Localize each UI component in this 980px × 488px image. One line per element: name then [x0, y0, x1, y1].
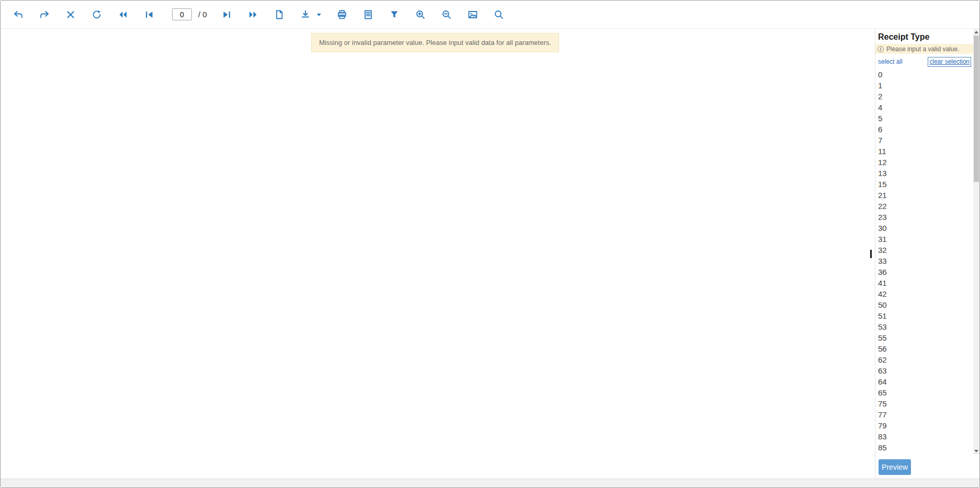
receipt-type-option[interactable]: 2	[878, 91, 972, 102]
back-button[interactable]	[12, 8, 25, 21]
receipt-type-option[interactable]: 11	[878, 146, 972, 157]
caret-down-icon	[316, 11, 322, 18]
zoom-in-icon	[415, 9, 426, 20]
sidebar-scrollbar[interactable]	[973, 29, 979, 455]
print-button[interactable]	[336, 8, 348, 21]
search-icon	[494, 9, 504, 20]
receipt-type-option[interactable]: 23	[878, 212, 972, 223]
receipt-type-option[interactable]: 77	[878, 409, 972, 420]
receipt-type-option[interactable]: 7	[878, 135, 972, 146]
receipt-type-option[interactable]: 15	[878, 179, 972, 190]
receipt-type-option[interactable]: 79	[878, 420, 972, 431]
receipt-type-option[interactable]: 0	[878, 69, 972, 80]
export-button[interactable]	[299, 8, 312, 21]
panel-splitter[interactable]	[870, 29, 875, 479]
preview-button[interactable]: Preview	[879, 459, 911, 475]
parameter-panel: Receipt Type i Please input a valid valu…	[875, 29, 979, 456]
receipt-type-option[interactable]: 53	[878, 321, 972, 332]
scrollbar-thumb[interactable]	[974, 36, 979, 182]
print-icon	[337, 9, 347, 20]
search-button[interactable]	[493, 8, 505, 21]
new-page-icon	[274, 9, 284, 20]
zoom-in-button[interactable]	[414, 8, 427, 21]
image-button[interactable]	[466, 8, 479, 21]
scrollbar-track[interactable]	[973, 36, 979, 448]
receipt-type-option[interactable]: 63	[878, 365, 972, 376]
back-arrow-icon	[13, 9, 24, 20]
receipt-type-option[interactable]: 13	[878, 168, 972, 179]
receipt-type-options-list: 0124567111213152122233031323336414250515…	[878, 69, 972, 456]
forward-arrow-icon	[39, 9, 50, 20]
previous-page-icon	[144, 9, 154, 20]
receipt-type-option[interactable]: 65	[878, 387, 972, 398]
stop-button[interactable]	[64, 8, 77, 21]
receipt-type-option[interactable]: 30	[878, 223, 972, 234]
scrollbar-down-arrow-icon[interactable]	[973, 448, 979, 455]
forward-button[interactable]	[38, 8, 51, 21]
receipt-type-option[interactable]: 85	[878, 442, 972, 453]
image-icon	[468, 9, 478, 20]
receipt-type-option[interactable]: 83	[878, 431, 972, 442]
filter-button[interactable]	[388, 8, 401, 21]
previous-page-button[interactable]	[143, 8, 155, 21]
receipt-type-option[interactable]: 42	[878, 288, 972, 299]
receipt-type-option[interactable]: 31	[878, 234, 972, 245]
receipt-type-option[interactable]: 12	[878, 157, 972, 168]
content-area: Missing or invalid parameter value. Plea…	[1, 29, 979, 479]
preview-row: Preview	[875, 456, 979, 479]
receipt-type-option[interactable]: 56	[878, 343, 972, 354]
next-page-icon	[222, 9, 232, 20]
receipt-type-option[interactable]: 21	[878, 190, 972, 201]
zoom-out-icon	[441, 9, 452, 20]
toolbar: / 0	[1, 1, 979, 29]
receipt-type-option[interactable]: 5	[878, 113, 972, 124]
report-viewer-window: / 0	[0, 0, 980, 488]
receipt-type-option[interactable]: 4	[878, 102, 972, 113]
refresh-button[interactable]	[90, 8, 103, 21]
receipt-type-option[interactable]: 36	[878, 266, 972, 277]
selection-links-row: select all clear selection	[878, 57, 972, 67]
horizontal-scrollbar[interactable]	[1, 479, 979, 487]
receipt-type-option[interactable]: 32	[878, 245, 972, 255]
receipt-type-option[interactable]: 41	[878, 277, 972, 288]
parameter-title: Receipt Type	[878, 32, 972, 42]
stop-x-icon	[65, 9, 76, 20]
skip-backward-icon	[118, 9, 128, 20]
receipt-type-option[interactable]: 1	[878, 80, 972, 91]
zoom-out-button[interactable]	[440, 8, 453, 21]
skip-backward-button[interactable]	[117, 8, 129, 21]
new-page-button[interactable]	[273, 8, 286, 21]
receipt-type-option[interactable]: 33	[878, 255, 972, 266]
skip-forward-icon	[248, 9, 258, 20]
report-document-button[interactable]	[362, 8, 374, 21]
receipt-type-option[interactable]: 6	[878, 124, 972, 135]
receipt-type-option[interactable]: 55	[878, 332, 972, 343]
export-menu-button[interactable]	[316, 11, 322, 18]
skip-forward-button[interactable]	[247, 8, 259, 21]
report-warning-message: Missing or invalid parameter value. Plea…	[311, 33, 559, 52]
parameter-validation-warning: i Please input a valid value.	[875, 44, 979, 54]
report-document-icon	[363, 9, 373, 20]
next-page-button[interactable]	[221, 8, 233, 21]
receipt-type-option[interactable]: 62	[878, 354, 972, 365]
receipt-type-option[interactable]: 50	[878, 299, 972, 310]
clear-selection-link[interactable]: clear selection	[928, 57, 971, 67]
report-area: Missing or invalid parameter value. Plea…	[1, 29, 870, 479]
export-download-icon	[300, 9, 311, 20]
select-all-link[interactable]: select all	[878, 57, 903, 66]
parameters-sidebar: Receipt Type i Please input a valid valu…	[875, 29, 979, 479]
receipt-type-option[interactable]: 64	[878, 376, 972, 387]
scrollbar-up-arrow-icon[interactable]	[973, 29, 979, 36]
parameter-validation-text: Please input a valid value.	[886, 45, 959, 53]
info-icon: i	[878, 46, 884, 52]
page-number-input[interactable]	[172, 8, 192, 20]
refresh-icon	[92, 9, 102, 20]
splitter-grip-icon[interactable]	[870, 250, 872, 258]
page-total-label: / 0	[198, 10, 207, 19]
filter-funnel-icon	[389, 9, 400, 20]
receipt-type-option[interactable]: 22	[878, 201, 972, 212]
receipt-type-option[interactable]: 75	[878, 398, 972, 409]
receipt-type-option[interactable]: 51	[878, 310, 972, 321]
